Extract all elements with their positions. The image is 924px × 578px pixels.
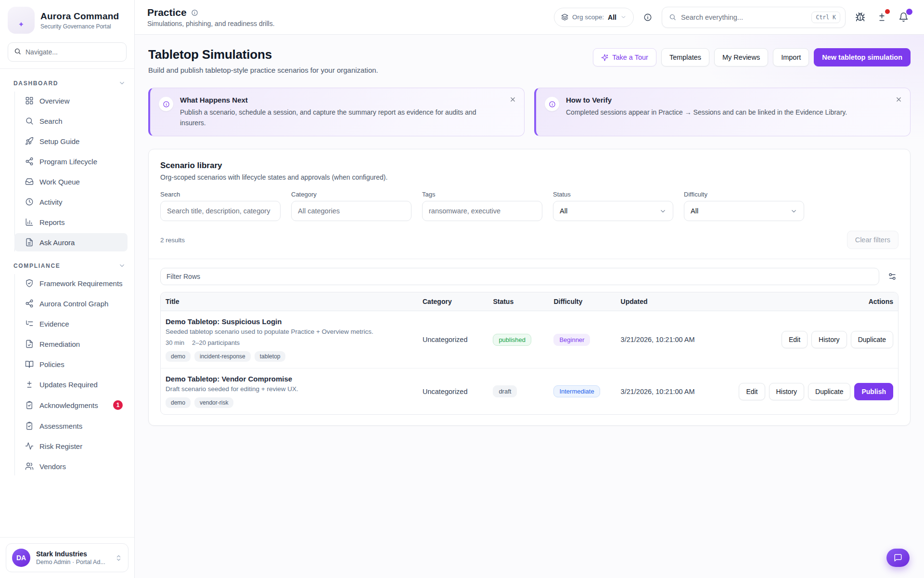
difficulty-badge: Beginner: [553, 334, 590, 346]
sidebar-item-program-lifecycle[interactable]: Program Lifecycle: [20, 152, 128, 171]
sidebar-item-ask-aurora[interactable]: Ask Aurora: [14, 233, 128, 251]
sidebar-item-risk-register[interactable]: Risk Register: [20, 437, 128, 455]
sidebar-item-policies[interactable]: Policies: [20, 355, 128, 373]
take-a-tour-button[interactable]: Take a Tour: [593, 48, 656, 66]
edit-button[interactable]: Edit: [782, 331, 808, 348]
sidebar-item-evidence[interactable]: Evidence: [20, 315, 128, 333]
chat-widget-button[interactable]: [886, 549, 910, 567]
page-header-text: Tabletop Simulations Build and publish t…: [148, 47, 378, 74]
sidebar: Aurora Command Security Governance Porta…: [0, 0, 135, 578]
scenario-table: Title Category Status Difficulty Updated…: [160, 292, 898, 415]
file-text-icon: [25, 238, 34, 247]
activity-icon: [25, 442, 34, 450]
filter-difficulty-select[interactable]: All: [684, 201, 804, 221]
filter-tags-input[interactable]: [422, 201, 542, 221]
sidebar-item-remediation[interactable]: Remediation: [20, 335, 128, 353]
rocket-icon: [25, 137, 34, 145]
nodes-icon: [25, 157, 34, 166]
sidebar-item-updates-required[interactable]: Updates Required: [20, 375, 128, 394]
filter-status-select[interactable]: All: [553, 201, 673, 221]
sidebar-item-aurora-control-graph[interactable]: Aurora Control Graph: [20, 294, 128, 313]
info-circle-icon: [545, 97, 559, 111]
templates-button[interactable]: Templates: [661, 48, 709, 66]
chevron-down-icon: [118, 262, 126, 269]
filter-search-input[interactable]: [160, 201, 281, 221]
tag: demo: [166, 397, 191, 408]
scenario-tags: demo incident-response tabletop: [166, 351, 423, 362]
filter-status-value: All: [560, 207, 567, 215]
scenario-library-title: Scenario library: [160, 161, 898, 171]
import-button[interactable]: Import: [773, 48, 809, 66]
cell-updated: 3/21/2026, 10:21:00 AM: [621, 336, 739, 343]
duplicate-button[interactable]: Duplicate: [851, 331, 893, 348]
filter-difficulty-value: All: [691, 207, 698, 215]
sidebar-item-label: Setup Guide: [39, 137, 79, 145]
nav-section-compliance: COMPLIANCE Framework Requirements Aurora…: [7, 262, 128, 475]
sidebar-item-acknowledgments[interactable]: Acknowledgments 1: [20, 395, 128, 415]
history-button[interactable]: History: [811, 331, 847, 348]
clock-icon: [25, 197, 34, 206]
cell-status: published: [493, 334, 553, 346]
notifications-button[interactable]: [897, 10, 911, 24]
topbar-left: Practice Simulations, phishing, and read…: [147, 7, 275, 27]
duplicate-button[interactable]: Duplicate: [808, 383, 850, 400]
new-tabletop-simulation-button[interactable]: New tabletop simulation: [814, 48, 911, 66]
sidebar-item-vendors[interactable]: Vendors: [20, 457, 128, 475]
sidebar-nav: DASHBOARD Overview Search Setup Guide: [0, 69, 134, 537]
page-context-subtitle: Simulations, phishing, and readiness dri…: [147, 20, 275, 27]
org-scope-selector[interactable]: Org scope: All: [554, 8, 634, 27]
sidebar-item-search[interactable]: Search: [20, 112, 128, 130]
sidebar-item-setup-guide[interactable]: Setup Guide: [20, 132, 128, 150]
close-icon: [509, 96, 516, 103]
search-icon: [669, 13, 676, 21]
filter-difficulty: Difficulty All: [684, 191, 804, 221]
help-info-button[interactable]: [642, 11, 654, 24]
diff-icon: [877, 12, 887, 22]
clipboard-check-icon: [25, 421, 34, 430]
sidebar-item-framework-requirements[interactable]: Framework Requirements: [20, 274, 128, 292]
card-divider: [149, 259, 910, 259]
sidebar-item-work-queue[interactable]: Work Queue: [20, 172, 128, 191]
bug-icon: [855, 12, 865, 22]
scenario-title: Demo Tabletop: Vendor Compromise: [166, 375, 423, 383]
navigate-input[interactable]: [26, 48, 120, 56]
cell-category: Uncategorized: [423, 388, 493, 395]
cell-category: Uncategorized: [423, 336, 493, 343]
tag: tabletop: [255, 351, 286, 362]
filter-rows-input[interactable]: [160, 268, 879, 285]
user-menu[interactable]: DA Stark Industries Demo Admin · Portal …: [6, 543, 128, 572]
cell-actions: Edit History Duplicate: [738, 331, 893, 348]
content: Tabletop Simulations Build and publish t…: [135, 35, 924, 578]
sidebar-item-overview[interactable]: Overview: [20, 92, 128, 110]
updates-button[interactable]: [875, 10, 889, 24]
close-button[interactable]: [893, 94, 904, 106]
sidebar-item-label: Aurora Control Graph: [39, 300, 108, 308]
global-search: Ctrl K: [662, 7, 846, 28]
section-header-compliance[interactable]: COMPLIANCE: [7, 262, 128, 274]
close-button[interactable]: [507, 94, 518, 106]
callout-text: How to Verify Completed sessions appear …: [566, 96, 847, 128]
page-title: Tabletop Simulations: [148, 47, 378, 62]
chevron-down-icon: [659, 208, 667, 215]
publish-button[interactable]: Publish: [854, 383, 893, 400]
global-search-input[interactable]: [681, 13, 807, 21]
callouts: What Happens Next Publish a scenario, sc…: [148, 88, 911, 136]
section-header-dashboard[interactable]: DASHBOARD: [7, 79, 128, 92]
sidebar-search: [0, 39, 134, 68]
filter-category-input[interactable]: [291, 201, 411, 221]
history-button[interactable]: History: [769, 383, 805, 400]
edit-button[interactable]: Edit: [739, 383, 765, 400]
sparkles-icon: [601, 54, 608, 61]
sidebar-item-reports[interactable]: Reports: [20, 213, 128, 231]
column-settings-button[interactable]: [886, 270, 898, 283]
sidebar-item-activity[interactable]: Activity: [20, 193, 128, 211]
debug-button[interactable]: [853, 10, 867, 24]
scenario-participants: 2–20 participants: [192, 339, 240, 346]
table-row: Demo Tabletop: Suspicious Login Seeded t…: [161, 311, 898, 368]
info-icon[interactable]: [191, 9, 198, 16]
filter-label: Difficulty: [684, 191, 804, 198]
clear-filters-button[interactable]: Clear filters: [847, 231, 898, 249]
sidebar-item-assessments[interactable]: Assessments: [20, 417, 128, 435]
callout-how-to-verify: How to Verify Completed sessions appear …: [534, 88, 911, 136]
my-reviews-button[interactable]: My Reviews: [714, 48, 768, 66]
